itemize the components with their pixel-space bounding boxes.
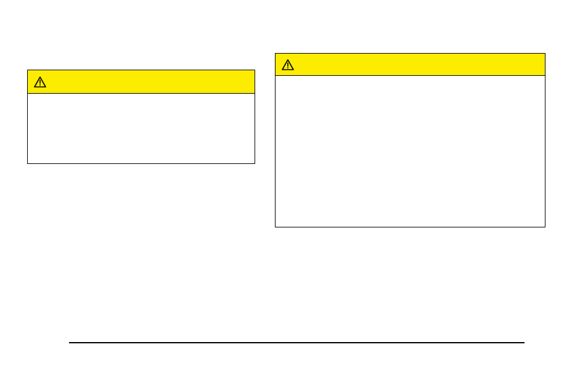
- warning-header-right: [276, 54, 545, 76]
- svg-point-3: [287, 67, 288, 68]
- svg-point-1: [39, 84, 41, 86]
- warning-triangle-icon: [34, 76, 46, 88]
- divider-line: [69, 342, 525, 343]
- warning-header-left: [28, 70, 255, 94]
- warning-triangle-icon: [282, 59, 294, 70]
- warning-box-left: [27, 70, 255, 164]
- warning-box-right: [275, 53, 545, 227]
